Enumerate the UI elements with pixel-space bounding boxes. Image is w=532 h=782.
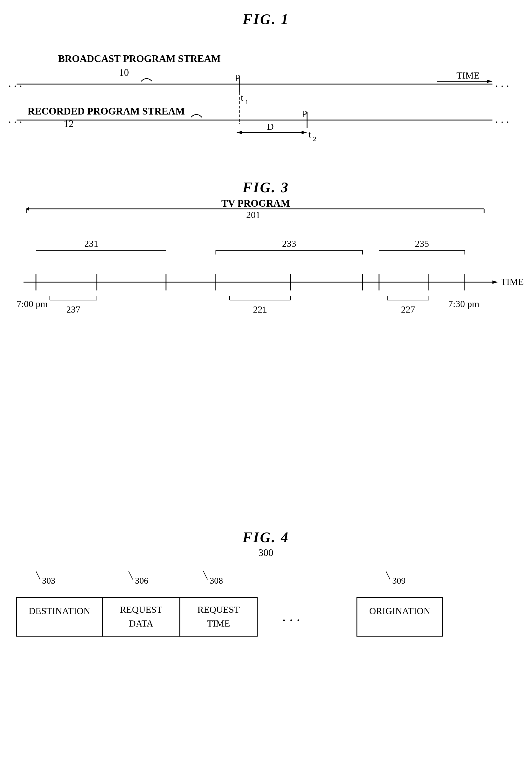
fig1-section: FIG. 1 BROADCAST PROGRAM STREAM 10 . . .… [0, 11, 532, 166]
label-231: 231 [84, 239, 99, 249]
t2-label: t [309, 129, 311, 139]
request-data-label2: DATA [129, 618, 153, 629]
fig1-title: FIG. 1 [0, 11, 532, 27]
ref-309: 309 [392, 576, 405, 585]
fig4-title: FIG. 4 [242, 529, 289, 545]
fig4-section: FIG. 4 300 303 DESTINATION 306 REQUEST D… [0, 526, 532, 691]
dots-left-broadcast: . . . [8, 77, 22, 90]
page: FIG. 1 BROADCAST PROGRAM STREAM 10 . . .… [0, 0, 532, 782]
label-221: 221 [253, 304, 267, 315]
time-start: 7:00 pm [16, 299, 47, 309]
fig4-num: 300 [258, 547, 273, 558]
tv-program-label: TV PROGRAM [221, 198, 290, 209]
t2-sub: 2 [313, 135, 316, 142]
request-time-box [180, 598, 257, 636]
request-data-label1: REQUEST [120, 604, 163, 615]
tv-program-num: 201 [246, 210, 260, 220]
fig1-svg: BROADCAST PROGRAM STREAM 10 . . . . . . … [0, 33, 532, 166]
destination-label1: DESTINATION [29, 606, 91, 616]
recorded-label: RECORDED PROGRAM STREAM [28, 106, 185, 117]
broadcast-label: BROADCAST PROGRAM STREAM [58, 53, 220, 64]
time-label-fig3: TIME [501, 277, 524, 287]
ref-308: 308 [210, 576, 223, 585]
fig4-svg: FIG. 4 300 303 DESTINATION 306 REQUEST D… [0, 526, 532, 691]
dots-right-recorded: . . . [495, 113, 509, 125]
fig3-section: FIG. 3 TV PROGRAM 201 TIME 7:00 pm 7:30 … [0, 177, 532, 371]
time-label-broadcast: TIME [457, 70, 480, 80]
ref-303: 303 [42, 576, 55, 585]
t1-label: t [241, 93, 243, 103]
request-time-label1: REQUEST [198, 604, 240, 615]
label-237: 237 [66, 304, 80, 315]
fig1-diagram: BROADCAST PROGRAM STREAM 10 . . . . . . … [0, 33, 532, 166]
svg-marker-7 [302, 131, 307, 134]
label-227: 227 [401, 304, 415, 315]
t1-sub: 1 [245, 99, 248, 106]
destination-box [16, 598, 102, 636]
origination-label1: ORIGINATION [369, 606, 430, 616]
ref-306: 306 [135, 576, 148, 585]
fig3-title: FIG. 3 [242, 180, 289, 195]
dots-left-recorded: . . . [8, 113, 22, 125]
origination-box [357, 598, 442, 636]
fig3-svg: FIG. 3 TV PROGRAM 201 TIME 7:00 pm 7:30 … [0, 177, 532, 371]
time-end: 7:30 pm [448, 299, 479, 309]
svg-marker-3 [487, 80, 492, 83]
label-235: 235 [415, 239, 429, 249]
request-data-box [102, 598, 180, 636]
svg-marker-16 [492, 281, 498, 284]
label-233: 233 [282, 239, 296, 249]
request-time-label2: TIME [207, 618, 230, 629]
d-label: D [267, 121, 274, 132]
svg-marker-6 [237, 131, 242, 134]
broadcast-num: 10 [119, 67, 129, 78]
fig4-dots: . . . [282, 608, 300, 624]
dots-right-broadcast: . . . [495, 77, 509, 90]
p2-label: P [302, 108, 307, 119]
